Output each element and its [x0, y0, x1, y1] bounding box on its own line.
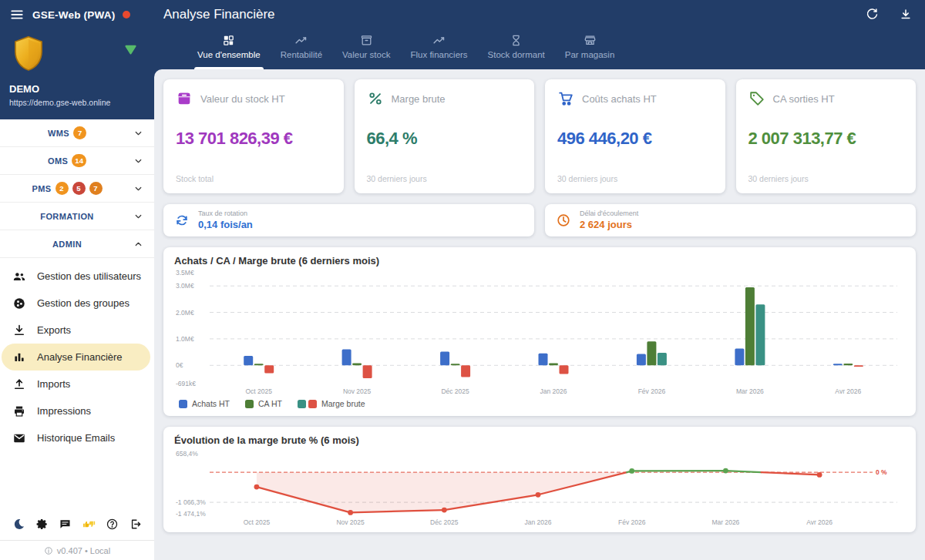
hourglass-icon: [510, 34, 523, 47]
group-label: FORMATION: [40, 212, 93, 221]
mini-card-label: Délai d'écoulement: [580, 210, 638, 218]
legend-item-achats-ht[interactable]: Achats HT: [179, 399, 230, 408]
line-chart-card: Évolution de la marge brute % (6 mois) 6…: [163, 427, 916, 532]
tab-valeur-stock[interactable]: Valeur stock: [332, 29, 400, 69]
chevron-down-icon[interactable]: [133, 183, 143, 193]
line-chart-title: Évolution de la marge brute % (6 mois): [174, 434, 905, 446]
barchart-icon: [12, 350, 26, 364]
trend-icon: [432, 34, 446, 47]
dashboard-icon: [222, 34, 235, 47]
users-icon: [12, 270, 26, 283]
import-icon: [12, 377, 26, 391]
sidebar-item-gestion-des-utilisateurs[interactable]: Gestion des utilisateurs: [0, 263, 154, 290]
tab-stock-dormant[interactable]: Stock dormant: [478, 29, 555, 69]
sidebar-item-exports[interactable]: Exports: [0, 317, 154, 344]
svg-text:-1 474,1%: -1 474,1%: [176, 510, 206, 518]
tab-label: Valeur stock: [342, 50, 390, 59]
sidebar-group-oms[interactable]: OMS14: [0, 147, 154, 175]
environment-name: DEMO: [9, 83, 39, 95]
svg-text:Nov 2025: Nov 2025: [343, 387, 372, 395]
page-title: Analyse Financière: [163, 7, 275, 22]
help-icon[interactable]: [106, 518, 119, 531]
logout-icon[interactable]: [129, 518, 142, 531]
app-root: GSE-Web (PWA) DEMO https://demo.gse-web.…: [0, 0, 925, 560]
environment-url[interactable]: https://demo.gse-web.online: [9, 98, 110, 107]
sidebar-group-formation[interactable]: FORMATION: [0, 203, 154, 230]
sidebar-group-pms[interactable]: PMS257: [0, 175, 154, 203]
header: Analyse Financière Vue d'ensembleRentabi…: [154, 0, 925, 69]
group-label: ADMIN: [52, 240, 82, 249]
svg-text:Fév 2026: Fév 2026: [618, 518, 646, 526]
tab-par-magasin[interactable]: Par magasin: [555, 29, 625, 69]
tab-bar: Vue d'ensembleRentabilitéValeur stockFlu…: [187, 29, 925, 69]
gear-icon[interactable]: [35, 518, 49, 531]
bar-chart: 3.5M€3.0M€2.0M€1.0M€0€-691k€Oct 2025Nov …: [174, 268, 905, 399]
kpi-title: Valeur du stock HT: [200, 93, 285, 105]
mini-card-taux-de-rotation: Taux de rotation0,14 fois/an: [163, 204, 534, 236]
chevron-up-icon[interactable]: [133, 239, 143, 249]
tab-rentabilite[interactable]: Rentabilité: [271, 29, 332, 69]
mini-card-value: 2 624 jours: [580, 219, 638, 231]
chevron-down-icon[interactable]: [133, 211, 143, 221]
svg-text:Mar 2026: Mar 2026: [711, 518, 739, 526]
bar-chart-title: Achats / CA / Marge brute (6 derniers mo…: [174, 255, 905, 267]
svg-text:Oct 2025: Oct 2025: [245, 387, 272, 395]
feedback-icon[interactable]: [82, 518, 96, 531]
svg-text:Oct 2025: Oct 2025: [244, 518, 271, 526]
app-title: GSE-Web (PWA): [32, 9, 115, 21]
kpi-caption: Stock total: [176, 174, 214, 183]
sidebar-item-analyse-financiere[interactable]: Analyse Financière: [2, 344, 150, 371]
tab-label: Stock dormant: [488, 50, 545, 59]
legend-item-marge-brute[interactable]: Marge brute: [298, 399, 365, 408]
groups-icon: [12, 297, 26, 310]
sidebar-item-label: Historique Emails: [37, 432, 115, 444]
sidebar-item-historique-emails[interactable]: Historique Emails: [0, 424, 154, 451]
export-icon: [12, 324, 26, 337]
store-icon: [584, 34, 597, 47]
sidebar-item-imports[interactable]: Imports: [0, 371, 154, 397]
status-dot: [123, 11, 130, 18]
kpi-caption: 30 derniers jours: [367, 174, 427, 183]
tab-label: Flux financiers: [410, 50, 467, 59]
sidebar-item-impressions[interactable]: Impressions: [0, 397, 154, 424]
percent-icon: [367, 90, 384, 107]
moon-icon[interactable]: [12, 518, 25, 531]
svg-text:Avr 2026: Avr 2026: [835, 387, 861, 395]
svg-text:Jan 2026: Jan 2026: [540, 387, 567, 395]
sidebar-footer: [0, 508, 154, 540]
kpi-card-marge-brute: Marge brute66,4 %30 derniers jours: [355, 79, 535, 193]
legend-item-ca-ht[interactable]: CA HT: [245, 399, 282, 408]
download-icon[interactable]: [899, 8, 913, 22]
bar-chart-card: Achats / CA / Marge brute (6 derniers mo…: [163, 247, 916, 416]
sidebar-group-admin[interactable]: ADMIN: [0, 230, 154, 258]
sidebar-header: GSE-Web (PWA) DEMO https://demo.gse-web.…: [0, 0, 154, 119]
svg-text:Jan 2026: Jan 2026: [525, 518, 552, 526]
svg-text:Avr 2026: Avr 2026: [806, 518, 832, 526]
hamburger-menu-icon[interactable]: [9, 7, 25, 22]
tab-vue-d-ensemble[interactable]: Vue d'ensemble: [187, 29, 271, 69]
tab-flux-financiers[interactable]: Flux financiers: [400, 29, 477, 69]
svg-text:0€: 0€: [176, 361, 183, 369]
box-icon: [176, 90, 193, 107]
svg-text:Mar 2026: Mar 2026: [736, 387, 764, 395]
kpi-card-couts-achats-ht: Coûts achats HT496 446,20 €30 derniers j…: [545, 79, 725, 193]
sidebar-group-wms[interactable]: WMS7: [0, 119, 154, 147]
chat-icon[interactable]: [59, 518, 72, 531]
cart-icon: [557, 90, 574, 107]
kpi-title: Marge brute: [392, 93, 446, 105]
svg-text:Déc 2025: Déc 2025: [430, 518, 459, 526]
sidebar-item-gestion-des-groupes[interactable]: Gestion des groupes: [0, 290, 154, 317]
line-chart-svg: 658,4%-1 066,3%-1 474,1%0 %Oct 2025Nov 2…: [174, 448, 905, 529]
line-chart: 658,4%-1 066,3%-1 474,1%0 %Oct 2025Nov 2…: [174, 448, 905, 529]
sidebar-item-label: Gestion des groupes: [37, 297, 130, 309]
svg-text:2.0M€: 2.0M€: [176, 309, 194, 317]
tab-label: Par magasin: [565, 50, 615, 59]
kpi-caption: 30 derniers jours: [748, 174, 809, 183]
svg-text:3.5M€: 3.5M€: [176, 269, 194, 277]
wifi-status-icon: [124, 43, 137, 56]
tab-label: Vue d'ensemble: [197, 50, 261, 59]
printer-icon: [12, 404, 26, 418]
chevron-down-icon[interactable]: [133, 128, 143, 138]
chevron-down-icon[interactable]: [133, 156, 143, 166]
refresh-icon[interactable]: [865, 8, 879, 22]
